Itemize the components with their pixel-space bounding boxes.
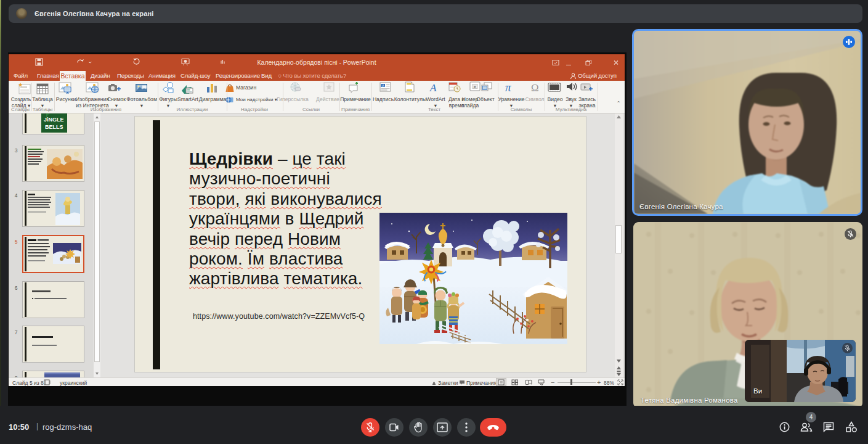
svg-text:π: π [505, 81, 511, 94]
svg-text:BELLS: BELLS [45, 124, 63, 130]
svg-text:JiNGLE: JiNGLE [44, 117, 64, 123]
svg-text:A: A [382, 84, 384, 88]
svg-text:A: A [429, 82, 437, 94]
svg-text:Ω: Ω [531, 82, 539, 94]
